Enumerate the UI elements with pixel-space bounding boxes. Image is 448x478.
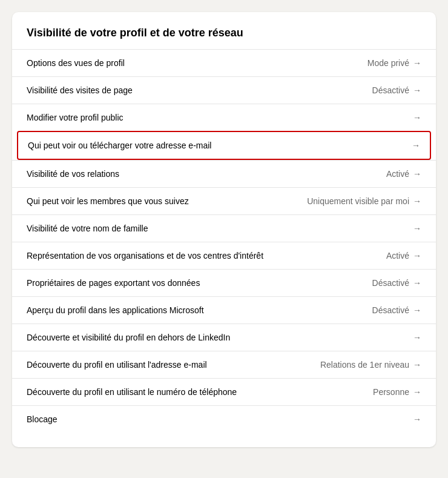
menu-item-right: → [413, 224, 421, 233]
menu-item-left: Visibilité de vos relations [27, 169, 386, 179]
menu-item-label: Représentation de vos organisations et d… [27, 251, 263, 261]
menu-item-right: Activé→ [386, 169, 421, 179]
menu-item-value: Mode privé [367, 58, 409, 68]
menu-item-label: Options des vues de profil [27, 58, 125, 68]
menu-item-value: Uniquement visible par moi [307, 196, 409, 206]
menu-item-value: Activé [386, 251, 409, 261]
chevron-right-icon: → [413, 251, 421, 261]
menu-item-left: Découverte du profil en utilisant le num… [27, 387, 373, 397]
menu-item-right: → [413, 414, 421, 424]
menu-list: Options des vues de profilMode privé→Vis… [12, 49, 436, 433]
chevron-right-icon: → [413, 169, 421, 179]
menu-item-left: Qui peut voir ou télécharger votre adres… [28, 141, 412, 150]
menu-item-left: Visibilité de votre nom de famille [27, 224, 413, 233]
menu-item-right: Uniquement visible par moi→ [307, 196, 421, 206]
page-title: Visibilité de votre profil et de votre r… [12, 27, 436, 49]
menu-item-visibilite-visites-page[interactable]: Visibilité des visites de pageDésactivé→ [12, 76, 436, 104]
menu-item-left: Visibilité des visites de page [27, 85, 372, 95]
menu-item-right: Désactivé→ [372, 305, 421, 315]
chevron-right-icon: → [413, 305, 421, 315]
menu-item-value: Relations de 1er niveau [320, 360, 409, 370]
menu-item-right: → [413, 113, 421, 122]
chevron-right-icon: → [413, 85, 421, 95]
menu-item-decouverte-visibilite-linkedin[interactable]: Découverte et visibilité du profil en de… [12, 324, 436, 351]
menu-item-label: Visibilité de vos relations [27, 169, 119, 179]
menu-item-right: Personne→ [373, 387, 421, 397]
menu-item-left: Blocage [27, 414, 413, 424]
menu-item-label: Découverte du profil en utilisant l'adre… [27, 360, 207, 370]
menu-item-qui-peut-voir-membres[interactable]: Qui peut voir les membres que vous suive… [12, 187, 436, 214]
menu-item-left: Représentation de vos organisations et d… [27, 251, 386, 261]
menu-item-blocage[interactable]: Blocage→ [12, 405, 436, 433]
menu-item-label: Aperçu du profil dans les applications M… [27, 305, 204, 315]
chevron-right-icon: → [413, 387, 421, 397]
chevron-right-icon: → [413, 360, 421, 370]
menu-item-label: Visibilité de votre nom de famille [27, 224, 148, 233]
menu-item-right: → [412, 141, 420, 150]
menu-item-visibilite-nom-famille[interactable]: Visibilité de votre nom de famille→ [12, 214, 436, 242]
menu-item-label: Blocage [27, 414, 58, 424]
chevron-right-icon: → [413, 333, 421, 342]
menu-item-label: Propriétaires de pages exportant vos don… [27, 278, 200, 288]
menu-item-right: Mode privé→ [367, 58, 421, 68]
chevron-right-icon: → [413, 278, 421, 288]
menu-item-right: Désactivé→ [372, 85, 421, 95]
menu-item-apercu-profil-microsoft[interactable]: Aperçu du profil dans les applications M… [12, 296, 436, 324]
menu-item-qui-peut-voir-email[interactable]: Qui peut voir ou télécharger votre adres… [17, 131, 431, 160]
menu-item-visibilite-relations[interactable]: Visibilité de vos relationsActivé→ [12, 160, 436, 187]
menu-item-decouverte-email[interactable]: Découverte du profil en utilisant l'adre… [12, 351, 436, 378]
menu-item-left: Modifier votre profil public [27, 113, 413, 122]
menu-item-options-vues-profil[interactable]: Options des vues de profilMode privé→ [12, 49, 436, 76]
menu-item-left: Découverte du profil en utilisant l'adre… [27, 360, 320, 370]
chevron-right-icon: → [413, 196, 421, 206]
menu-item-right: Relations de 1er niveau→ [320, 360, 421, 370]
menu-item-left: Qui peut voir les membres que vous suive… [27, 196, 307, 206]
menu-item-value: Activé [386, 169, 409, 179]
menu-item-label: Découverte et visibilité du profil en de… [27, 333, 230, 342]
menu-item-representation-organisations[interactable]: Représentation de vos organisations et d… [12, 242, 436, 269]
menu-item-label: Qui peut voir ou télécharger votre adres… [28, 141, 211, 150]
chevron-right-icon: → [413, 224, 421, 233]
menu-item-label: Modifier votre profil public [27, 113, 124, 122]
settings-card: Visibilité de votre profil et de votre r… [12, 12, 436, 447]
menu-item-value: Désactivé [372, 278, 409, 288]
menu-item-value: Personne [373, 387, 409, 397]
menu-item-left: Aperçu du profil dans les applications M… [27, 305, 372, 315]
menu-item-right: Activé→ [386, 251, 421, 261]
menu-item-left: Options des vues de profil [27, 58, 367, 68]
chevron-right-icon: → [413, 113, 421, 122]
menu-item-value: Désactivé [372, 85, 409, 95]
menu-item-proprietaires-pages[interactable]: Propriétaires de pages exportant vos don… [12, 269, 436, 296]
chevron-right-icon: → [413, 414, 421, 424]
menu-item-modifier-profil-public[interactable]: Modifier votre profil public→ [12, 104, 436, 131]
chevron-right-icon: → [413, 58, 421, 68]
menu-item-right: Désactivé→ [372, 278, 421, 288]
menu-item-left: Découverte et visibilité du profil en de… [27, 333, 413, 342]
menu-item-value: Désactivé [372, 305, 409, 315]
chevron-right-icon: → [412, 141, 420, 150]
menu-item-label: Découverte du profil en utilisant le num… [27, 387, 237, 397]
menu-item-decouverte-telephone[interactable]: Découverte du profil en utilisant le num… [12, 378, 436, 405]
menu-item-right: → [413, 333, 421, 342]
menu-item-left: Propriétaires de pages exportant vos don… [27, 278, 372, 288]
menu-item-label: Visibilité des visites de page [27, 85, 133, 95]
menu-item-label: Qui peut voir les membres que vous suive… [27, 196, 189, 206]
